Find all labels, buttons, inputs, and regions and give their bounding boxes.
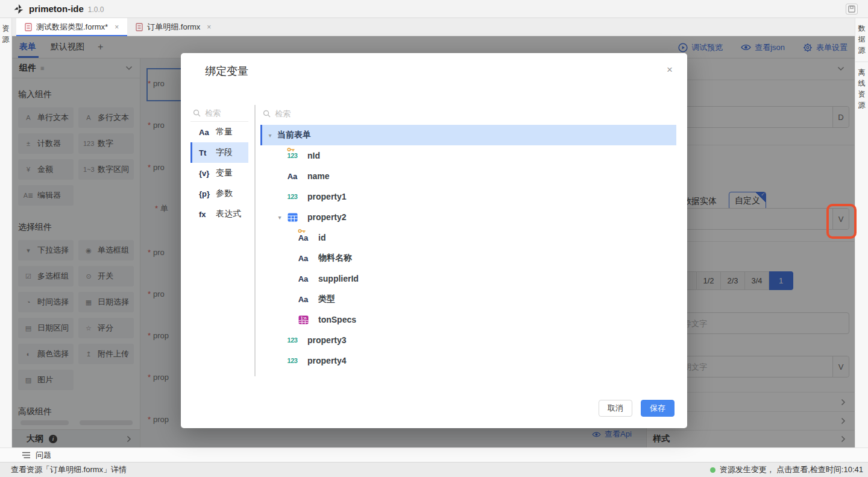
tree-node-label: tonSpecs — [318, 315, 356, 324]
tree-search[interactable] — [260, 105, 676, 122]
tree-search-input[interactable] — [275, 109, 311, 118]
tab-close-icon[interactable]: × — [207, 23, 211, 31]
table-icon — [285, 213, 300, 222]
tree-node-type[interactable]: Aa 类型 — [260, 289, 676, 309]
tree-node-label: nId — [307, 151, 320, 160]
category-prefix: {p} — [199, 189, 211, 198]
tree-node-label: property1 — [307, 192, 347, 201]
bind-variable-dialog: 绑定变量 × Aa常量 Tt字段 {v}变量 {p}参数 fx表达式 ▾ 当前表… — [181, 53, 687, 428]
category-prefix: {v} — [199, 169, 211, 178]
offline-resources-strip-label[interactable]: 离线资源 — [855, 62, 868, 110]
caret-down-icon[interactable]: ▾ — [265, 132, 275, 139]
number-field-icon: 123 — [285, 357, 300, 364]
titlebar: primeton-ide 1.0.0 — [0, 0, 868, 18]
statusbar-resource-detail[interactable]: 查看资源「订单明细.formx」详情 — [11, 464, 127, 475]
tree-node-material-name[interactable]: Aa 物料名称 — [260, 248, 676, 268]
text-field-icon: Aa — [285, 172, 300, 181]
tab-label: 测试数据类型.formx* — [36, 22, 108, 33]
field-tree-panel: ▾ 当前表单 123 nId Aa name 123 property1 ▾ — [260, 105, 676, 371]
category-search[interactable] — [190, 105, 248, 122]
tab-order-detail[interactable]: 订单明细.formx × — [127, 18, 219, 36]
tree-node-label: 当前表单 — [277, 130, 311, 141]
category-expression[interactable]: fx表达式 — [190, 204, 248, 224]
app-logo-icon — [13, 4, 24, 14]
text-field-icon: Aa — [295, 295, 311, 304]
close-icon[interactable]: × — [667, 64, 673, 76]
tab-test-data-type[interactable]: 测试数据类型.formx* × — [16, 18, 127, 36]
app-title: primeton-ide — [29, 4, 84, 14]
tree-node-label: property2 — [307, 212, 347, 222]
tree-node-property4[interactable]: 123 property4 — [260, 350, 676, 371]
tree-node-property2[interactable]: ▾ property2 — [260, 207, 676, 227]
tree-node-name[interactable]: Aa name — [260, 166, 676, 186]
number-key-icon: 123 — [285, 152, 300, 159]
primary-key-icon — [287, 147, 295, 152]
status-green-dot-icon — [710, 467, 715, 473]
tree-node-tonspecs[interactable]: 1:n tonSpecs — [260, 309, 676, 330]
category-label: 表达式 — [216, 209, 241, 220]
tree-node-label: supplierId — [318, 274, 359, 283]
tree-node-property3[interactable]: 123 property3 — [260, 330, 676, 350]
dialog-footer: 取消 保存 — [599, 400, 675, 417]
category-label: 字段 — [216, 147, 233, 158]
category-constant[interactable]: Aa常量 — [190, 122, 248, 142]
search-icon — [263, 110, 271, 118]
tree-node-label: name — [307, 171, 330, 181]
text-key-icon: Aa — [295, 233, 311, 242]
category-prefix: Tt — [199, 148, 211, 157]
category-label: 变量 — [216, 168, 233, 178]
tab-close-icon[interactable]: × — [115, 23, 119, 31]
text-field-icon: Aa — [295, 254, 311, 263]
save-button[interactable]: 保存 — [641, 400, 675, 417]
app-window: primeton-ide 1.0.0 资源 数据源 离线资源 测试数据类型.fo… — [0, 0, 868, 477]
tree-node-label: 物料名称 — [318, 253, 352, 264]
tabbar: 测试数据类型.formx* × 订单明细.formx × — [12, 18, 855, 36]
right-strip: 数据源 离线资源 — [855, 18, 868, 447]
highlight-annotation — [826, 204, 857, 239]
file-icon — [25, 23, 32, 31]
tree-node-label: 类型 — [318, 294, 335, 305]
tree-node-label: id — [318, 233, 326, 242]
panel-divider — [254, 105, 256, 376]
category-prefix: fx — [199, 210, 211, 219]
tree-node-property1[interactable]: 123 property1 — [260, 186, 676, 207]
tree-node-label: property3 — [307, 335, 347, 345]
category-prefix: Aa — [199, 128, 211, 137]
resources-strip-label: 资源 — [0, 18, 11, 45]
problems-label: 问题 — [36, 450, 51, 461]
statusbar: 查看资源「订单明细.formx」详情 资源发生变更， 点击查看,检查时间:10:… — [0, 462, 868, 477]
list-icon — [22, 452, 31, 459]
problems-bar[interactable]: 问题 — [0, 447, 868, 462]
number-field-icon: 123 — [285, 193, 300, 200]
datasource-strip-label[interactable]: 数据源 — [855, 18, 868, 55]
text-field-icon: Aa — [295, 274, 311, 283]
search-icon — [193, 109, 201, 117]
category-parameter[interactable]: {p}参数 — [190, 183, 248, 204]
number-field-icon: 123 — [285, 336, 300, 344]
category-variable[interactable]: {v}变量 — [190, 163, 248, 183]
file-icon — [136, 23, 143, 31]
save-icon[interactable] — [846, 4, 858, 14]
resources-strip[interactable]: 资源 — [0, 18, 12, 447]
primary-key-icon — [298, 229, 306, 233]
tree-node-supplierid[interactable]: Aa supplierId — [260, 268, 676, 289]
dialog-title: 绑定变量 — [205, 64, 248, 78]
one-to-many-table-icon: 1:n — [295, 315, 311, 324]
tree-node-current-form[interactable]: ▾ 当前表单 — [260, 125, 676, 145]
svg-text:1:n: 1:n — [300, 315, 306, 320]
category-label: 常量 — [216, 127, 233, 137]
statusbar-resource-changed[interactable]: 资源发生变更， 点击查看,检查时间:10:41 — [710, 464, 863, 475]
cancel-button[interactable]: 取消 — [599, 400, 632, 417]
tree-node-id[interactable]: Aa id — [260, 227, 676, 248]
app-version: 1.0.0 — [88, 5, 104, 14]
caret-down-icon[interactable]: ▾ — [275, 214, 285, 221]
tree-node-label: property4 — [307, 356, 347, 365]
variable-category-panel: Aa常量 Tt字段 {v}变量 {p}参数 fx表达式 — [190, 105, 248, 224]
tab-label: 订单明细.formx — [147, 22, 200, 33]
tree-node-nid[interactable]: 123 nId — [260, 145, 676, 166]
category-label: 参数 — [216, 188, 233, 199]
category-search-input[interactable] — [205, 109, 241, 118]
category-field[interactable]: Tt字段 — [190, 142, 248, 163]
